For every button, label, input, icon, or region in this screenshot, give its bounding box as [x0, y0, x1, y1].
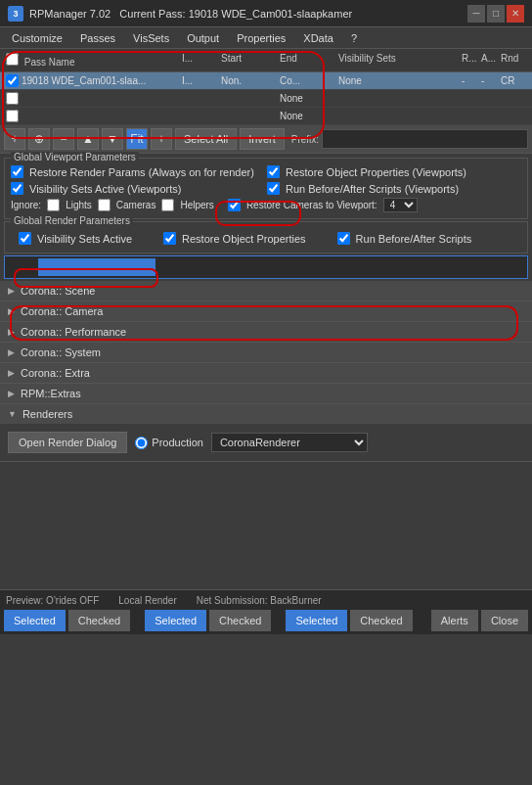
corona-extra-label: Corona:: Extra — [21, 367, 90, 379]
add-button[interactable]: + — [4, 128, 25, 150]
corona-performance-header[interactable]: ▶ Corona:: Performance — [0, 322, 532, 342]
col-r: R... — [460, 51, 479, 69]
move-down-button[interactable]: ▼ — [102, 128, 123, 150]
row3-rnd — [499, 115, 528, 117]
corona-extra-arrow: ▶ — [8, 368, 15, 378]
table-row[interactable]: 19018 WDE_Cam001-slaa... I... Non. Co...… — [0, 72, 532, 90]
close-status-button[interactable]: Close — [481, 610, 528, 631]
vis-sets-active-checkbox[interactable] — [11, 182, 23, 195]
corona-camera-header[interactable]: ▶ Corona:: Camera — [0, 301, 532, 321]
row2-a — [479, 98, 499, 100]
menu-output[interactable]: Output — [179, 30, 227, 46]
menu-xdata[interactable]: XData — [295, 30, 341, 46]
expand-button[interactable]: + — [151, 128, 172, 150]
row2-start — [219, 98, 278, 100]
vis-sets-active-render-checkbox[interactable] — [19, 232, 31, 245]
menu-help[interactable]: ? — [343, 30, 365, 46]
prefix-input[interactable] — [322, 129, 528, 149]
table-row[interactable]: None — [0, 90, 532, 108]
global-viewport-params: Global Viewport Parameters Restore Rende… — [4, 158, 528, 219]
vis-sets-active-render-check: Visibility Sets Active — [11, 230, 140, 247]
table-row[interactable]: None — [0, 108, 532, 125]
col-end: End — [278, 51, 336, 69]
row2-checkbox[interactable] — [6, 92, 19, 105]
renderers-arrow: ▼ — [8, 409, 17, 419]
render-params-row: Visibility Sets Active Restore Object Pr… — [11, 228, 521, 249]
invert-button[interactable]: Invert — [240, 128, 285, 150]
global-viewport-title: Global Viewport Parameters — [11, 152, 139, 162]
row1-r: - — [460, 74, 479, 87]
main-content: Pass Name I... Start End Visibility Sets… — [0, 49, 532, 785]
corona-scene-section: ▶ Corona:: Scene — [0, 281, 532, 301]
corona-extra-header[interactable]: ▶ Corona:: Extra — [0, 363, 532, 383]
select-all-checkbox[interactable] — [6, 53, 19, 66]
alerts-button[interactable]: Alerts — [431, 610, 478, 631]
menu-properties[interactable]: Properties — [229, 30, 293, 46]
row3-i — [180, 115, 219, 117]
window-controls: ─ □ ✕ — [467, 5, 524, 23]
title-bar: 3 RPManager 7.02 Current Pass: 19018 WDE… — [0, 0, 532, 27]
menu-customize[interactable]: Customize — [4, 30, 70, 46]
row3-checkbox[interactable] — [6, 110, 19, 122]
ignore-helpers-checkbox[interactable] — [161, 199, 174, 211]
minimize-button[interactable]: ─ — [467, 5, 485, 23]
restore-obj-props-render-checkbox[interactable] — [163, 232, 176, 245]
restore-cameras-checkbox[interactable] — [228, 199, 241, 211]
ignore-lights-checkbox[interactable] — [47, 199, 60, 211]
restore-object-props-checkbox[interactable] — [267, 165, 280, 178]
corona-performance-arrow: ▶ — [8, 327, 15, 337]
rpm-extras-header[interactable]: ▶ RPM::Extras — [0, 384, 532, 403]
corona-system-header[interactable]: ▶ Corona:: System — [0, 343, 532, 362]
row1-end: Co... — [278, 74, 336, 87]
corona-extra-section: ▶ Corona:: Extra — [0, 363, 532, 384]
corona-scene-arrow: ▶ — [8, 286, 15, 296]
preview-checked-button[interactable]: Checked — [68, 610, 130, 631]
preview-selected-button[interactable]: Selected — [4, 610, 66, 631]
corona-camera-label: Corona:: Camera — [21, 305, 103, 317]
corona-system-section: ▶ Corona:: System — [0, 343, 532, 363]
title-bar-text: RPManager 7.02 Current Pass: 19018 WDE_C… — [29, 8, 467, 20]
run-scripts-checkbox[interactable] — [267, 182, 280, 195]
local-selected-button[interactable]: Selected — [145, 610, 206, 631]
restore-render-params-checkbox[interactable] — [11, 165, 23, 178]
rpm-extras-arrow: ▶ — [8, 389, 15, 398]
select-all-button[interactable]: Select All — [175, 128, 237, 150]
move-up-button[interactable]: ▲ — [77, 128, 99, 150]
corona-system-arrow: ▶ — [8, 347, 15, 357]
restore-cameras-select[interactable]: 4123 — [383, 198, 418, 212]
close-button[interactable]: ✕ — [507, 5, 524, 23]
run-scripts-render-check: Run Before/After Scripts — [330, 230, 480, 247]
col-pass-name: Pass Name — [4, 51, 180, 69]
rpm-extras-section: ▶ RPM::Extras — [0, 384, 532, 404]
maximize-button[interactable]: □ — [487, 5, 505, 23]
restore-object-props-check: Restore Object Properties (Viewports) — [267, 164, 521, 179]
menu-passes[interactable]: Passes — [72, 30, 123, 46]
prefix-label: Prefix: — [291, 134, 319, 145]
corona-performance-label: Corona:: Performance — [21, 326, 126, 338]
row1-i: I... — [180, 74, 219, 87]
remove-button[interactable]: − — [53, 128, 74, 150]
status-labels-row: Preview: O'rides OFF Local Render Net Su… — [4, 593, 528, 610]
global-render-params: Global Render Parameters Visibility Sets… — [4, 221, 528, 254]
duplicate-button[interactable]: ⊕ — [28, 128, 50, 150]
run-scripts-render-checkbox[interactable] — [337, 232, 350, 245]
row1-checkbox[interactable] — [6, 74, 19, 87]
corona-camera-arrow: ▶ — [8, 306, 15, 316]
net-selected-button[interactable]: Selected — [286, 610, 347, 631]
renderers-header[interactable]: ▼ Renderers — [0, 404, 532, 424]
corona-scene-label: Corona:: Scene — [21, 285, 95, 297]
net-submission-label: Net Submission: BackBurner — [197, 595, 322, 606]
row3-r — [460, 115, 479, 117]
menu-vissets[interactable]: VisSets — [125, 30, 177, 46]
ignore-cameras-checkbox[interactable] — [98, 199, 111, 211]
open-render-dialog-button[interactable]: Open Render Dialog — [8, 432, 127, 453]
net-checked-button[interactable]: Checked — [350, 610, 412, 631]
production-radio[interactable] — [135, 437, 148, 449]
corona-scene-header[interactable]: ▶ Corona:: Scene — [0, 281, 532, 300]
row3-start — [219, 115, 278, 117]
col-start: Start — [219, 51, 278, 69]
fit-button[interactable]: Fit — [126, 128, 148, 150]
renderer-select[interactable]: CoronaRenderer Default Scanline V-Ray Ar… — [211, 433, 368, 452]
production-radio-group: Production — [135, 437, 203, 449]
local-checked-button[interactable]: Checked — [209, 610, 271, 631]
